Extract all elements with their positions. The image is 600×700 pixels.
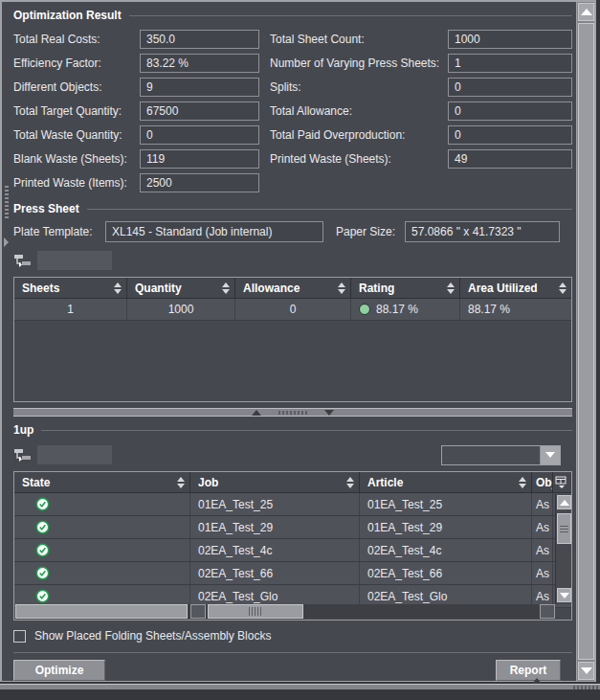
- cell-allowance: 0: [235, 299, 351, 320]
- optimize-button[interactable]: Optimize: [13, 660, 105, 681]
- column-chooser[interactable]: [553, 472, 571, 492]
- report-button[interactable]: Report: [496, 660, 561, 681]
- scroll-right-button[interactable]: [540, 604, 555, 619]
- sort-caret-icon[interactable]: [338, 282, 345, 294]
- oneup-row[interactable]: 01EA_Test_25 01EA_Test_25 As: [14, 493, 571, 516]
- cell-state: [14, 539, 190, 561]
- frozen-column-segment: [15, 604, 188, 619]
- left-splitter[interactable]: [2, 2, 11, 681]
- chevron-down-icon: [545, 452, 555, 458]
- cell-job: 02EA_Test_66: [190, 562, 360, 584]
- sort-caret-icon[interactable]: [559, 282, 567, 294]
- scroll-up-button[interactable]: [557, 495, 571, 509]
- field-label: Total Real Costs:: [13, 33, 140, 46]
- panel-content: Optimization Result Total Real Costs: 35…: [13, 8, 572, 681]
- total-waste-quantity-value: 0: [140, 125, 259, 145]
- scroll-left-button[interactable]: [190, 604, 206, 619]
- splitter-up-icon[interactable]: [252, 410, 261, 416]
- field-label: Efficiency Factor:: [13, 56, 140, 70]
- column-header-rating[interactable]: Rating: [351, 278, 460, 298]
- column-header-sheets[interactable]: Sheets: [14, 278, 127, 298]
- column-header-article[interactable]: Article: [360, 472, 532, 492]
- column-header-job[interactable]: Job: [190, 472, 360, 492]
- scrollbar-thumb[interactable]: [208, 604, 303, 619]
- oneup-row[interactable]: 02EA_Test_4c 02EA_Test_4c As: [14, 539, 571, 562]
- oneup-horizontal-scrollbar[interactable]: [15, 604, 555, 619]
- group-divider: [129, 15, 572, 16]
- splitter-up-icon[interactable]: [532, 678, 542, 684]
- scrollbar-track[interactable]: [206, 604, 540, 619]
- field-label: Blank Waste (Sheets):: [13, 152, 140, 166]
- oneup-table: State Job Article Obj: [13, 471, 572, 621]
- varying-press-sheets-value: 1: [448, 54, 572, 73]
- grip-icon: [560, 526, 568, 532]
- splitter-grip[interactable]: [573, 686, 598, 689]
- plate-template-label: Plate Template:: [13, 225, 105, 238]
- cell-job: 02EA_Test_4c: [190, 539, 360, 561]
- cell-job: 01EA_Test_25: [190, 493, 360, 515]
- column-header-quantity[interactable]: Quantity: [127, 278, 235, 298]
- optimization-panel: Optimization Result Total Real Costs: 35…: [0, 0, 596, 682]
- oneup-filter-input[interactable]: [37, 445, 112, 464]
- group-title-1up: 1up: [13, 423, 33, 437]
- splits-value: 0: [448, 78, 572, 97]
- column-chooser-icon[interactable]: [555, 476, 568, 488]
- group-divider: [41, 430, 572, 431]
- cell-rating: 88.17 %: [351, 299, 460, 320]
- oneup-group: 1up State: [13, 422, 572, 621]
- column-header-allowance[interactable]: Allowance: [235, 278, 351, 298]
- column-header-area-utilized[interactable]: Area Utilized: [460, 278, 571, 298]
- sort-caret-icon[interactable]: [177, 477, 185, 488]
- field-label: Printed Waste (Items):: [13, 176, 140, 190]
- splitter-down-icon[interactable]: [324, 410, 334, 416]
- state-ok-icon: [35, 520, 50, 534]
- cell-article: 01EA_Test_29: [360, 516, 532, 538]
- cell-article: 01EA_Test_25: [360, 493, 532, 515]
- paper-size-label: Paper Size:: [336, 225, 405, 238]
- splitter-grip[interactable]: [278, 411, 307, 415]
- cell-object: As: [532, 493, 553, 515]
- select-value[interactable]: [442, 446, 540, 464]
- optimization-result-group: Optimization Result Total Real Costs: 35…: [13, 8, 572, 192]
- press-sheet-row[interactable]: 1 1000 0 88.17 % 88.17 %: [14, 299, 571, 321]
- oneup-row[interactable]: 01EA_Test_29 01EA_Test_29 As: [14, 516, 571, 539]
- select-dropdown-button[interactable]: [540, 446, 560, 464]
- sort-caret-icon[interactable]: [519, 477, 526, 488]
- printed-waste-items-value: 2500: [140, 173, 259, 192]
- panel-vertical-scrollbar[interactable]: [576, 2, 594, 681]
- scroll-down-button[interactable]: [578, 662, 594, 680]
- oneup-vertical-scrollbar[interactable]: [555, 494, 571, 604]
- column-header-object[interactable]: Obj: [532, 472, 553, 492]
- press-sheet-table: Sheets Quantity Allowance Rating: [13, 277, 572, 402]
- press-sheet-filter-input[interactable]: [37, 251, 112, 270]
- total-sheet-count-value: 1000: [448, 30, 572, 49]
- sort-caret-icon[interactable]: [114, 282, 122, 294]
- scroll-up-button[interactable]: [578, 3, 594, 21]
- field-label: Total Paid Overproduction:: [260, 128, 448, 142]
- sort-caret-icon[interactable]: [222, 282, 230, 294]
- bottom-splitter[interactable]: [0, 684, 600, 689]
- sort-caret-icon[interactable]: [346, 477, 354, 488]
- cell-state: [14, 516, 190, 538]
- oneup-row[interactable]: 02EA_Test_66 02EA_Test_66 As: [14, 562, 571, 585]
- column-header-state[interactable]: State: [14, 472, 190, 492]
- scroll-down-button[interactable]: [557, 588, 571, 602]
- cell-object: As: [532, 562, 553, 584]
- scrollbar-thumb[interactable]: [578, 23, 594, 660]
- state-ok-icon: [35, 543, 50, 557]
- sort-caret-icon[interactable]: [447, 282, 455, 294]
- blank-waste-sheets-value: 119: [140, 149, 259, 169]
- collapse-arrow-icon[interactable]: [4, 237, 9, 247]
- cell-job: 01EA_Test_29: [190, 516, 360, 538]
- horizontal-splitter[interactable]: [13, 408, 572, 417]
- field-label: Total Sheet Count:: [260, 33, 448, 46]
- grip-icon: [249, 607, 262, 616]
- different-objects-value: 9: [140, 78, 259, 97]
- splitter-grip[interactable]: [5, 186, 9, 220]
- field-label: Number of Varying Press Sheets:: [260, 56, 448, 70]
- oneup-view-select[interactable]: [441, 445, 561, 465]
- scrollbar-thumb[interactable]: [557, 513, 571, 544]
- arrow-up-icon: [560, 500, 569, 506]
- show-placed-checkbox[interactable]: [13, 630, 26, 643]
- state-ok-icon: [35, 589, 50, 603]
